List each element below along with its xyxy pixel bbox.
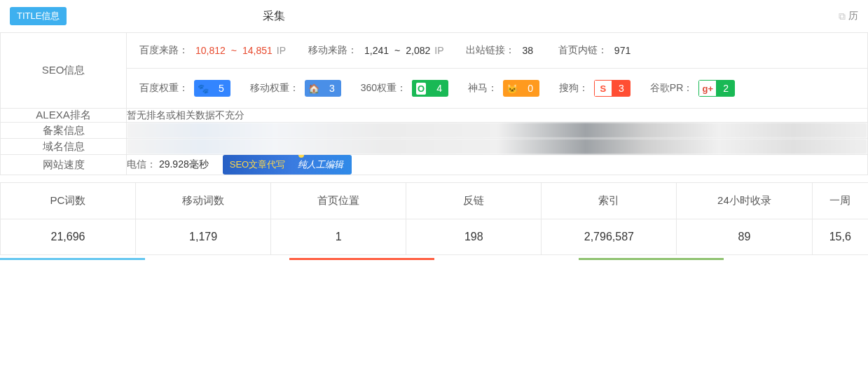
mobile-traffic-sep: ~ [394,45,400,56]
sogou-weight-value: 3 [612,80,631,97]
baidu-weight-badge[interactable]: 🐾 5 [194,80,230,97]
stat-value[interactable]: 89 [677,219,812,255]
bottom-accent-lines [0,258,868,260]
stat-value[interactable]: 21,696 [1,219,136,255]
speed-carrier: 电信： 29.928毫秒 [127,158,209,171]
mobile-traffic-max: 2,082 [406,45,430,56]
outlinks-label: 出站链接： [466,44,515,57]
baidu-weight-label: 百度权重： [139,82,188,95]
homelinks-label: 首页内链： [558,44,607,57]
mobile-traffic-label: 移动来路： [308,44,357,57]
sogou-icon: S [594,80,612,97]
stat-header[interactable]: 移动词数 [136,183,271,219]
stats-value-row: 21,696 1,179 1 198 2,796,587 89 15,6 [1,219,869,255]
mobile-weight-value: 3 [323,80,341,97]
seo-content-cell: 百度来路： 10,812 ~ 14,851 IP 移动来路： 1,241 ~ 2… [127,33,868,109]
seo-weights-row: 百度权重： 🐾 5 移动权重： 🏠 3 360权重： [127,69,867,108]
domain-redacted-content [127,139,867,154]
speed-value: 29.928毫秒 [159,158,209,170]
layers-icon[interactable]: ⧉ [839,11,846,22]
sogou-weight-badge[interactable]: S 3 [594,80,631,97]
history-link[interactable]: 历 [848,10,858,22]
title-row: TITLE信息 采集 ⧉ 历 [0,0,868,32]
google-weight-label: 谷歌PR： [650,82,693,95]
shenma-weight-value: 0 [521,80,539,97]
outlinks-value: 38 [522,45,533,56]
mobile-icon: 🏠 [305,80,323,97]
sogou-weight: 搜狗： S 3 [559,80,631,97]
baidu-traffic-min: 10,812 [195,45,226,56]
stat-header[interactable]: 一周 [812,183,868,219]
stat-header[interactable]: 索引 [542,183,677,219]
domain-content [127,139,868,155]
360-weight-value: 4 [430,80,448,97]
stat-value[interactable]: 15,6 [812,219,868,255]
stat-header[interactable]: 首页位置 [271,183,406,219]
baidu-traffic-label: 百度来路： [139,44,188,57]
stat-header[interactable]: PC词数 [1,183,136,219]
homelinks-metric: 首页内链： 971 [558,44,633,57]
alexa-content: 暂无排名或相关数据不充分 [127,109,868,123]
speed-content: 电信： 29.928毫秒 SEO文章代写 纯人工编辑 [127,155,868,175]
page-title-suffix: 采集 [263,9,285,24]
stat-header[interactable]: 反链 [406,183,542,219]
mobile-traffic-metric: 移动来路： 1,241 ~ 2,082 IP [308,44,444,57]
promo-badge[interactable]: SEO文章代写 纯人工编辑 [223,155,352,175]
shenma-icon: 🐱 [503,80,521,97]
ip-suffix-2: IP [434,45,443,56]
360-icon: O [412,80,430,97]
baidu-weight-value: 5 [212,80,230,97]
stats-header-row: PC词数 移动词数 首页位置 反链 索引 24小时收录 一周 [1,183,869,219]
mobile-weight-label: 移动权重： [250,82,299,95]
beian-label-cell: 备案信息 [1,123,127,139]
baidu-weight: 百度权重： 🐾 5 [139,80,230,97]
sogou-weight-label: 搜狗： [559,82,588,95]
promo-right-text: 纯人工编辑 [292,155,352,175]
stat-value[interactable]: 2,796,587 [542,219,677,255]
stat-header[interactable]: 24小时收录 [677,183,812,219]
title-right-actions: ⧉ 历 [839,10,858,22]
360-weight-badge[interactable]: O 4 [412,80,448,97]
google-plus-icon: g+ [698,80,717,97]
google-weight-value: 2 [717,80,735,97]
homelinks-value: 971 [614,45,631,56]
360-weight-label: 360权重： [361,82,406,95]
seo-info-table: SEO信息 百度来路： 10,812 ~ 14,851 IP 移动来路： 1,2… [0,32,868,175]
domain-label-cell: 域名信息 [1,139,127,155]
baidu-traffic-sep: ~ [231,45,237,56]
baidu-traffic-max: 14,851 [242,45,273,56]
google-weight-badge[interactable]: g+ 2 [698,80,735,97]
baidu-icon: 🐾 [194,80,212,97]
promo-left-text: SEO文章代写 [223,155,292,175]
mobile-weight-badge[interactable]: 🏠 3 [305,80,341,97]
speed-label-cell: 网站速度 [1,155,127,175]
title-badge: TITLE信息 [10,7,67,25]
seo-label: SEO信息 [42,64,85,76]
baidu-traffic-metric: 百度来路： 10,812 ~ 14,851 IP [139,44,286,57]
stat-value[interactable]: 198 [406,219,542,255]
alexa-label-cell: ALEXA排名 [1,109,127,123]
stat-value[interactable]: 1,179 [136,219,271,255]
shenma-weight-badge[interactable]: 🐱 0 [503,80,539,97]
seo-label-cell: SEO信息 [1,33,127,109]
seo-traffic-row: 百度来路： 10,812 ~ 14,851 IP 移动来路： 1,241 ~ 2… [127,33,867,69]
shenma-weight: 神马： 🐱 0 [468,80,539,97]
beian-redacted-content [127,123,867,138]
mobile-weight: 移动权重： 🏠 3 [250,80,341,97]
stat-value[interactable]: 1 [271,219,406,255]
beian-content [127,123,868,139]
shenma-weight-label: 神马： [468,82,497,95]
ip-suffix: IP [277,45,286,56]
google-weight: 谷歌PR： g+ 2 [650,80,735,97]
stats-table: PC词数 移动词数 首页位置 反链 索引 24小时收录 一周 21,696 1,… [0,182,868,255]
speed-carrier-label: 电信： [127,158,156,170]
360-weight: 360权重： O 4 [361,80,448,97]
mobile-traffic-min: 1,241 [364,45,389,56]
outlinks-metric: 出站链接： 38 [466,44,536,57]
